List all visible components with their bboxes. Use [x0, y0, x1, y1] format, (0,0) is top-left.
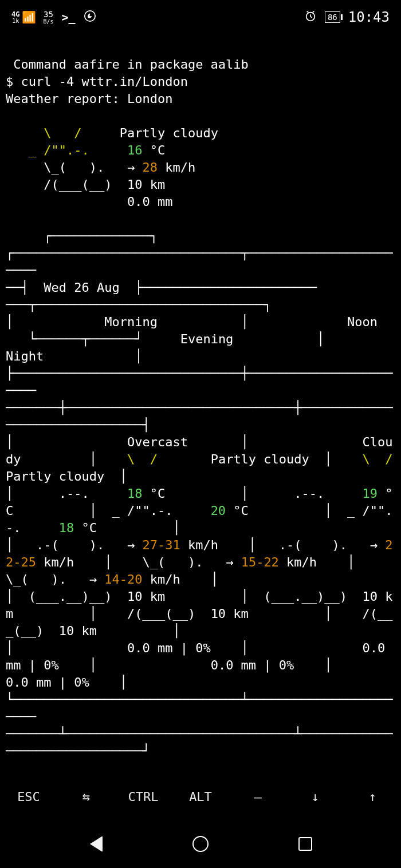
key-alt[interactable]: ALT	[172, 790, 229, 804]
report-city: London	[127, 92, 172, 106]
key-dash[interactable]: —	[229, 790, 286, 804]
wind-unit: km/h	[158, 160, 195, 175]
d1-prec1: 0.0 mm	[127, 641, 172, 655]
d1-wind4: 14-20	[104, 572, 142, 586]
key-up[interactable]: ↑	[344, 790, 401, 804]
android-statusbar: 4G 1k 📶 35 B/s >_ 86 10:43	[0, 0, 401, 34]
alarm-icon	[304, 10, 317, 25]
nav-recent-button[interactable]	[297, 835, 314, 853]
battery-indicator: 86	[325, 11, 340, 23]
net-sub: 1k	[12, 18, 19, 24]
nav-back-button[interactable]	[88, 835, 105, 853]
terminal-output[interactable]: Command aafire in package aalib $ curl -…	[0, 34, 401, 772]
termux-icon: >_	[62, 10, 76, 24]
statusbar-left: 4G 1k 📶 35 B/s >_	[11, 10, 96, 25]
circle-icon	[192, 836, 209, 852]
network-indicator: 4G 1k 📶	[11, 10, 35, 24]
temp-unit: °C	[142, 143, 165, 157]
whatsapp-icon	[84, 10, 96, 25]
android-navbar	[0, 819, 401, 868]
now-condition: Partly cloudy	[120, 126, 218, 140]
box-rule: ├──────────────────────────────┼────────…	[6, 366, 393, 432]
d1-cond3: Partly cloudy	[211, 452, 309, 466]
ascii-cloud: \_( ).	[6, 160, 104, 175]
nav-home-button[interactable]	[192, 835, 209, 853]
d1-vis3: 10 km	[211, 607, 249, 621]
day1-periods: │ Morning │ Noon	[6, 315, 401, 329]
wind-arrow: →	[127, 160, 143, 175]
key-tab[interactable]: ⇆	[57, 790, 115, 804]
data-speed: 35 B/s	[43, 10, 53, 25]
speed-value: 35	[44, 10, 53, 19]
d1-prec4: 0.0 mm	[6, 675, 51, 689]
ascii-sun: \ /	[6, 126, 81, 140]
d1-cond1: Overcast	[127, 435, 188, 449]
key-down[interactable]: ↓	[286, 790, 344, 804]
cmd-note: Command aafire in package aalib	[6, 57, 249, 72]
ascii-cloud: /(___(__)	[6, 177, 112, 192]
box-rule: └──────────────────────────────┴────────…	[6, 692, 393, 758]
report-label: Weather report:	[6, 92, 127, 106]
shell-prompt: $	[6, 74, 21, 89]
termux-extra-keys: ESC ⇆ CTRL ALT — ↓ ↑	[0, 779, 401, 814]
day1-date: Wed 26 Aug	[44, 280, 119, 295]
square-icon	[298, 837, 312, 851]
sun-icon: \ /	[363, 452, 393, 466]
d1-prec3: 0.0 mm	[211, 658, 256, 672]
d1-wind3: 15-22	[241, 555, 279, 569]
d1-temp4: 18	[59, 521, 74, 535]
key-esc[interactable]: ESC	[0, 790, 57, 804]
d1-temp2: 19	[363, 486, 378, 501]
d1-temp3: 20	[211, 504, 226, 518]
net-type: 4G	[11, 10, 19, 18]
triangle-icon	[90, 836, 103, 852]
d1-vis1: 10 km	[127, 589, 165, 604]
speed-unit: B/s	[43, 19, 53, 25]
now-wind: 28	[142, 160, 158, 175]
d1-temp1: 18	[127, 486, 143, 501]
battery-pct: 86	[328, 13, 337, 22]
now-temp: 16	[127, 143, 143, 157]
box-rule: ┌─────────────┐	[6, 229, 158, 243]
signal-icon: 📶	[22, 10, 35, 24]
sun-icon: \ /	[127, 452, 158, 466]
d1-wind1: 27-31	[142, 538, 180, 552]
now-precip: 0.0 mm	[127, 195, 172, 209]
key-ctrl[interactable]: CTRL	[115, 790, 172, 804]
now-visibility: 10 km	[127, 177, 165, 192]
d1-vis4: 10 km	[59, 624, 97, 638]
shell-command: curl -4 wttr.in/London	[21, 74, 188, 89]
ascii-sun: _ /"".-.	[6, 143, 89, 157]
statusbar-right: 86 10:43	[304, 9, 390, 25]
day1-periods: └──────┬──────┘ Evening │ Night │	[6, 332, 401, 363]
clock: 10:43	[348, 9, 390, 25]
d1-cond4: Partly cloudy	[6, 469, 104, 483]
